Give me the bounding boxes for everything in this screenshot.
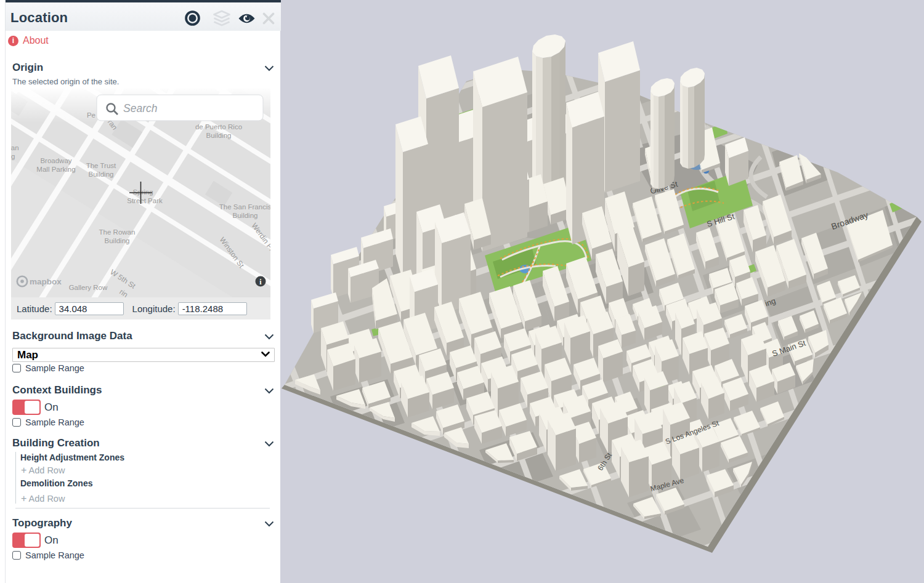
svg-text:Pe: Pe bbox=[87, 111, 95, 119]
svg-text:Gallery Row: Gallery Row bbox=[69, 284, 108, 291]
svg-text:Building: Building bbox=[233, 212, 258, 219]
svg-text:Broadway: Broadway bbox=[40, 157, 71, 164]
svg-text:mapbox: mapbox bbox=[30, 277, 62, 286]
svg-text:ng: ng bbox=[11, 153, 15, 160]
svg-text:litan: litan bbox=[11, 144, 19, 151]
svg-text:Search: Search bbox=[123, 102, 157, 115]
svg-text:The San Francis: The San Francis bbox=[219, 203, 270, 211]
svg-text:Mall Parking: Mall Parking bbox=[36, 166, 75, 173]
svg-text:The Trust: The Trust bbox=[86, 162, 116, 169]
svg-text:de Puerto Rico: de Puerto Rico bbox=[195, 123, 242, 131]
svg-text:Street Park: Street Park bbox=[127, 197, 163, 204]
svg-text:Building: Building bbox=[105, 237, 130, 244]
svg-text:Spring: Spring bbox=[132, 188, 153, 196]
svg-text:The Rowan: The Rowan bbox=[99, 228, 136, 236]
svg-text:Building: Building bbox=[206, 132, 232, 139]
svg-text:Building: Building bbox=[89, 171, 114, 178]
